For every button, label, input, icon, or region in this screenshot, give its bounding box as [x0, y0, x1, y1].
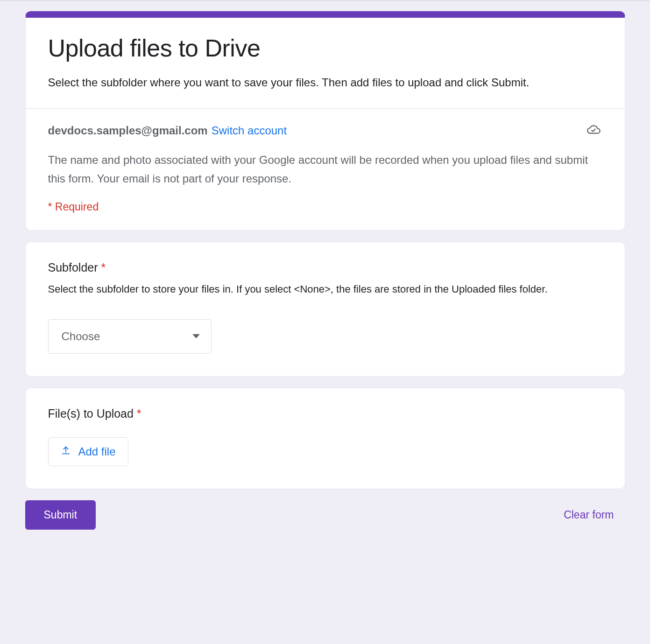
- switch-account-link[interactable]: Switch account: [212, 124, 287, 137]
- account-section: devdocs.samples@gmail.com Switch account…: [26, 109, 625, 230]
- dropdown-placeholder: Choose: [62, 330, 100, 343]
- form-container: Upload files to Drive Select the subfold…: [25, 1, 625, 544]
- chevron-down-icon: [192, 334, 200, 338]
- upload-icon: [61, 445, 71, 458]
- question-files-label: File(s) to Upload: [48, 407, 134, 420]
- required-indicator: * Required: [48, 201, 602, 213]
- add-file-label: Add file: [78, 445, 116, 458]
- cloud-done-icon: [585, 123, 602, 139]
- submit-button[interactable]: Submit: [25, 500, 96, 530]
- question-card-files: File(s) to Upload * Add file: [25, 388, 625, 489]
- form-description: Select the subfolder where you want to s…: [48, 74, 602, 91]
- account-email: devdocs.samples@gmail.com: [48, 124, 208, 137]
- question-subfolder-label: Subfolder: [48, 261, 98, 274]
- question-subfolder-description: Select the subfolder to store your files…: [48, 281, 602, 297]
- clear-form-link[interactable]: Clear form: [564, 509, 625, 521]
- subfolder-dropdown[interactable]: Choose: [48, 319, 212, 354]
- question-subfolder-title: Subfolder *: [48, 261, 602, 274]
- account-left: devdocs.samples@gmail.com Switch account: [48, 124, 287, 137]
- add-file-button[interactable]: Add file: [48, 437, 128, 466]
- account-notice: The name and photo associated with your …: [48, 151, 602, 188]
- form-footer: Submit Clear form: [25, 500, 625, 544]
- account-row: devdocs.samples@gmail.com Switch account: [48, 123, 602, 139]
- question-files-title: File(s) to Upload *: [48, 407, 602, 420]
- required-asterisk: *: [137, 407, 141, 420]
- form-title: Upload files to Drive: [48, 35, 602, 63]
- header-inner: Upload files to Drive Select the subfold…: [26, 18, 625, 108]
- required-asterisk: *: [101, 261, 106, 274]
- question-card-subfolder: Subfolder * Select the subfolder to stor…: [25, 242, 625, 376]
- header-card: Upload files to Drive Select the subfold…: [25, 11, 625, 231]
